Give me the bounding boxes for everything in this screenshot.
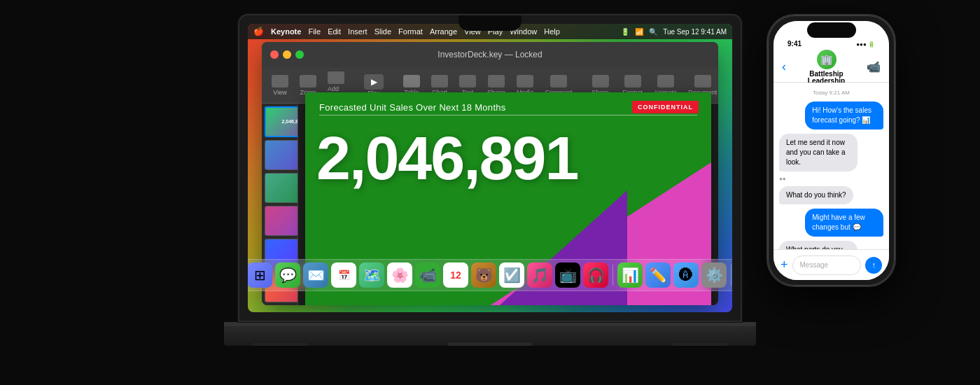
maximize-button[interactable] (295, 50, 304, 59)
messages-body: Today 9:21 AM Hi! How's the sales foreca… (774, 83, 889, 249)
dock-facetime[interactable]: 📹 (415, 262, 440, 288)
messages-contact-area: 🏢 Battleship Leadership (792, 50, 861, 85)
window-title: InvestorDeck.key — Locked (438, 50, 542, 59)
macbook-notch (458, 15, 522, 31)
text-icon (459, 75, 476, 88)
messages-input-field[interactable]: Message (792, 255, 861, 275)
menu-bar-search[interactable]: 🔍 (649, 28, 657, 36)
dock-numbers[interactable]: 📊 (617, 262, 643, 288)
message-reactions: ●● (779, 176, 883, 182)
slide-confidential-badge: CONFIDENTIAL (632, 101, 699, 113)
iphone-status-icons: ●●● 🔋 (856, 36, 875, 48)
share-icon (592, 75, 609, 88)
send-icon: ↑ (872, 260, 876, 270)
thumb-content-1: 2,046,891 (266, 108, 298, 136)
view-icon (272, 75, 288, 88)
dock-calendar[interactable]: 📅 (331, 262, 356, 288)
message-text-2: Let me send it now and you can take a lo… (786, 139, 846, 166)
message-time-label: Today 9:21 AM (779, 90, 883, 96)
macbook: 🍎 Keynote File Edit Insert Slide Format … (217, 14, 763, 371)
menu-bar-time: Tue Sep 12 9:41 AM (663, 28, 727, 36)
messages-input-bar: + Message ↑ (774, 249, 889, 280)
add-slide-icon (328, 71, 344, 84)
slide-title: Forecasted Unit Sales Over Next 18 Month… (319, 102, 506, 113)
app-name[interactable]: Keynote (271, 27, 301, 36)
dock: 🔍 ⊞ 💬 ✉️ 📅 🗺️ 🌸 📹 12 🐻 ☑️ 🎵 📺 🎧 📊 ✏️ 🅐 ⚙… (248, 259, 732, 291)
dock-tv[interactable]: 📺 (555, 262, 580, 288)
messages-back-button[interactable]: ‹ (782, 59, 786, 74)
dock-settings[interactable]: ⚙️ (701, 262, 727, 288)
dock-bear[interactable]: 🐻 (471, 262, 496, 288)
format-icon (624, 75, 641, 88)
messages-send-button[interactable]: ↑ (865, 257, 882, 274)
iphone-time: 9:41 (788, 34, 802, 48)
message-incoming-3: What parts do you think I should update? (779, 241, 858, 249)
dock-appstore[interactable]: 🅐 (673, 262, 699, 288)
slide-thumb-1[interactable]: 1 2,046,891 (265, 106, 298, 137)
iphone: 9:41 ●●● 🔋 ‹ 🏢 Battleship Leadership 📹 T… (766, 14, 896, 287)
iphone-screen: 9:41 ●●● 🔋 ‹ 🏢 Battleship Leadership 📹 T… (774, 21, 889, 280)
macbook-bezel: 🍎 Keynote File Edit Insert Slide Format … (238, 14, 742, 322)
menu-bar-right: 🔋 📶 🔍 Tue Sep 12 9:41 AM (621, 28, 727, 36)
dock-maps[interactable]: 🗺️ (359, 262, 384, 288)
table-icon (403, 75, 420, 88)
menu-help[interactable]: Help (544, 27, 560, 36)
message-text-4: Might have a few changes but 💬 (812, 214, 865, 231)
messages-contact-avatar: 🏢 (817, 50, 836, 69)
message-text-1: Hi! How's the sales forecast going? 📊 (812, 106, 872, 124)
menu-bar-battery: 🔋 (621, 28, 629, 36)
apple-logo: 🍎 (253, 27, 264, 36)
menu-slide[interactable]: Slide (374, 27, 391, 36)
message-text-3: What do you think? (786, 191, 846, 199)
zoom-icon (300, 75, 316, 88)
toolbar-view[interactable]: View (267, 74, 293, 97)
menu-edit[interactable]: Edit (328, 27, 341, 36)
comment-icon (550, 75, 567, 88)
macbook-bottom-notch (448, 342, 532, 346)
close-button[interactable] (270, 50, 279, 59)
slide-thumb-2[interactable]: 2 (265, 140, 298, 170)
minimize-button[interactable] (283, 50, 291, 59)
media-icon (517, 75, 533, 88)
dock-messages[interactable]: 💬 (275, 262, 300, 288)
messages-video-button[interactable]: 📹 (867, 60, 881, 74)
dock-separator (612, 265, 613, 286)
slide-thumb-3[interactable]: 3 (265, 173, 298, 203)
window-title-bar: InvestorDeck.key — Locked (262, 42, 718, 67)
message-incoming-1: Let me send it now and you can take a lo… (779, 134, 858, 172)
slide-main-number: 2,046,891 (316, 127, 578, 189)
macbook-foot-right (672, 343, 728, 346)
macbook-foot-left (252, 343, 308, 346)
dock-photos[interactable]: 🌸 (387, 262, 412, 288)
dock-music[interactable]: 🎧 (583, 262, 608, 288)
chart-icon (431, 75, 448, 88)
slide-title-line (319, 115, 697, 115)
macbook-screen: 🍎 Keynote File Edit Insert Slide Format … (248, 24, 732, 312)
messages-input-placeholder: Message (800, 261, 829, 269)
dock-itunes[interactable]: 🎵 (527, 262, 552, 288)
dock-keynote[interactable]: ✏️ (645, 262, 671, 288)
messages-attachment-icon[interactable]: + (780, 258, 788, 272)
slide-thumb-4[interactable]: 4 (265, 206, 298, 236)
macbook-base (224, 326, 756, 346)
message-outgoing-2: Might have a few changes but 💬 (805, 209, 883, 237)
message-outgoing-1: Hi! How's the sales forecast going? 📊 (805, 102, 883, 130)
menu-format[interactable]: Format (398, 27, 423, 36)
traffic-lights (270, 50, 304, 59)
dock-mail[interactable]: ✉️ (303, 262, 328, 288)
messages-header: ‹ 🏢 Battleship Leadership 📹 (774, 52, 889, 83)
dock-separator-2 (731, 265, 732, 286)
dock-reminders[interactable]: ☑️ (499, 262, 524, 288)
menu-insert[interactable]: Insert (348, 27, 368, 36)
menu-arrange[interactable]: Arrange (430, 27, 457, 36)
message-incoming-2: What do you think? (779, 186, 853, 204)
menu-bar-wifi: 📶 (635, 28, 643, 36)
document-icon (694, 75, 711, 88)
iphone-dynamic-island (807, 22, 856, 38)
animate-icon (657, 75, 674, 88)
dock-cal2[interactable]: 12 (443, 262, 468, 288)
menu-file[interactable]: File (308, 27, 321, 36)
dock-launchpad[interactable]: ⊞ (248, 262, 272, 288)
play-icon: ▶ (364, 74, 384, 90)
shape-icon (488, 75, 505, 88)
